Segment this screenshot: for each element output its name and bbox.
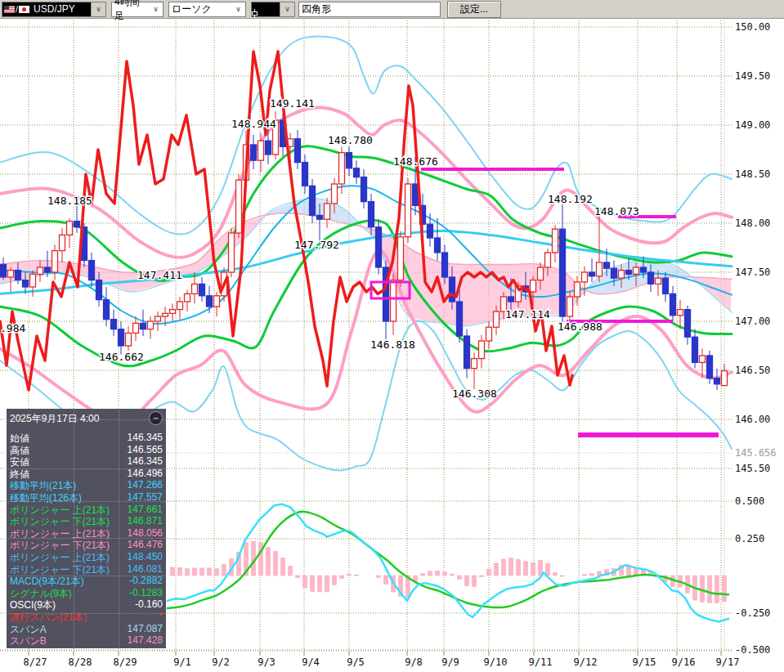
chevron-down-icon[interactable]: ∨: [91, 2, 105, 16]
indicator-value: 148.056: [128, 527, 163, 540]
svg-text:9/8: 9/8: [405, 656, 423, 668]
indicator-label: ボリンジャー 上(21本): [10, 551, 110, 563]
svg-text:149.50: 149.50: [735, 70, 770, 82]
indicator-row: ボリンジャー 上(21本)148.056: [10, 527, 163, 540]
svg-text:145.50: 145.50: [735, 463, 770, 474]
indicator-label: 遅行スパン(21本): [10, 611, 87, 623]
timeframe-select[interactable]: 4時間足 ∨: [111, 2, 164, 17]
indicator-label: 始値: [10, 432, 29, 444]
chevron-down-icon[interactable]: ∨: [231, 2, 245, 16]
japan-flag-icon: [19, 6, 29, 13]
svg-text:146.818: 146.818: [370, 338, 415, 351]
chart-type-label: ローソク: [169, 2, 231, 16]
svg-text:9/5: 9/5: [347, 656, 365, 668]
info-panel-datetime: 2025年9月17日 4:00: [10, 412, 99, 426]
indicator-label: シグナル(9本): [10, 587, 72, 599]
svg-text:9/9: 9/9: [441, 656, 459, 668]
svg-text:148.944: 148.944: [231, 118, 276, 130]
settings-label: 設定...: [460, 2, 488, 16]
svg-text:146.308: 146.308: [452, 388, 497, 400]
indicator-label: 安値: [10, 455, 29, 468]
indicator-row: 移動平均(126本)147.557: [10, 491, 163, 504]
indicator-value: 147.087: [128, 623, 163, 635]
indicator-label: ボリンジャー 上(21本): [10, 527, 110, 540]
svg-text:9/15: 9/15: [633, 656, 656, 668]
indicator-value: 146.476: [128, 539, 163, 551]
indicator-value: 146.345: [128, 455, 163, 468]
toolbar: / USD/JPY ∨ 4時間足 ∨ ローソク ∨ ∨ 四角形 設定...: [0, 0, 784, 19]
indicator-label: 移動平均(21本): [10, 479, 76, 491]
svg-text:.984: .984: [0, 322, 25, 334]
timeframe-label: 4時間足: [112, 0, 149, 23]
svg-text:0.500: 0.500: [735, 495, 764, 507]
indicator-value: 146.081: [128, 563, 163, 576]
indicator-row: 安値146.345: [10, 455, 163, 468]
chevron-down-icon[interactable]: ∨: [280, 2, 294, 16]
indicator-label: 終値: [10, 468, 29, 480]
pair-separator: /: [16, 4, 18, 14]
svg-text:146.988: 146.988: [558, 320, 603, 333]
indicator-value: 147.661: [128, 504, 163, 516]
info-panel-header: 2025年9月17日 4:00 −: [7, 409, 166, 427]
minimize-button[interactable]: −: [149, 411, 163, 425]
indicator-row: シグナル(9本)-0.1283: [10, 587, 163, 599]
indicator-label: ボリンジャー 下(21本): [10, 563, 110, 576]
svg-text:-0.500: -0.500: [735, 644, 770, 656]
indicator-row: スパンA147.087: [10, 623, 163, 635]
svg-text:9/10: 9/10: [484, 656, 508, 668]
indicator-value: 147.557: [128, 491, 163, 504]
us-flag-icon: [4, 6, 15, 13]
indicator-value: -0.1283: [129, 587, 163, 599]
indicator-label: 高値: [10, 444, 29, 456]
indicator-row: 始値146.345: [10, 432, 163, 444]
svg-text:147.00: 147.00: [735, 316, 770, 327]
indicator-row: ボリンジャー 下(21本)146.476: [10, 539, 163, 551]
svg-text:148.192: 148.192: [548, 193, 593, 205]
indicator-label: スパンB: [10, 634, 47, 647]
svg-text:149.00: 149.00: [735, 119, 770, 131]
pair-label: USD/JPY: [31, 3, 91, 15]
chevron-down-icon[interactable]: ∨: [149, 2, 163, 16]
indicator-value: 148.450: [128, 551, 163, 563]
info-panel-rows: 始値146.345高値146.565安値146.345終値146.496移動平均…: [7, 427, 166, 647]
svg-text:9/3: 9/3: [258, 656, 276, 668]
indicator-row: 高値146.565: [10, 444, 163, 456]
drawing-tool-input[interactable]: 四角形: [298, 2, 441, 17]
chart-type-select[interactable]: ローソク ∨: [168, 2, 246, 17]
indicator-label: 移動平均(126本): [10, 491, 82, 504]
indicator-row: MACD(9本/21本)-0.2882: [10, 575, 163, 587]
svg-text:148.00: 148.00: [735, 217, 770, 229]
svg-text:148.50: 148.50: [735, 168, 770, 180]
indicator-value: 146.871: [128, 515, 163, 527]
indicator-info-panel: 2025年9月17日 4:00 − 始値146.345高値146.565安値14…: [7, 409, 166, 648]
svg-text:148.780: 148.780: [328, 134, 373, 146]
svg-text:147.114: 147.114: [505, 308, 550, 320]
svg-text:146.50: 146.50: [735, 365, 770, 376]
svg-text:8/29: 8/29: [114, 656, 137, 668]
indicator-value: 146.345: [128, 432, 163, 444]
svg-text:9/12: 9/12: [574, 656, 598, 668]
indicator-value: *: [159, 611, 163, 623]
candle-color-select[interactable]: ∨: [251, 2, 295, 17]
indicator-label: スパンA: [10, 623, 47, 635]
indicator-value: -0.160: [135, 598, 163, 611]
indicator-row: ボリンジャー 上(21本)147.661: [10, 504, 163, 516]
indicator-row: ボリンジャー 下(21本)146.081: [10, 563, 163, 576]
svg-text:9/1: 9/1: [173, 656, 191, 668]
svg-text:147.411: 147.411: [137, 269, 182, 281]
svg-text:148.676: 148.676: [393, 155, 438, 168]
indicator-label: ボリンジャー 上(21本): [10, 504, 110, 516]
svg-text:9/16: 9/16: [672, 656, 696, 668]
svg-text:8/28: 8/28: [69, 656, 92, 668]
svg-text:8/27: 8/27: [24, 656, 47, 668]
indicator-label: ボリンジャー 下(21本): [10, 515, 110, 527]
indicator-row: スパンB147.428: [10, 634, 163, 647]
drawing-tool-value: 四角形: [302, 2, 331, 16]
indicator-row: OSCI(9本)-0.160: [10, 598, 163, 611]
currency-pair-selector[interactable]: / USD/JPY ∨: [2, 2, 106, 17]
settings-button[interactable]: 設定...: [447, 1, 501, 18]
indicator-row: ボリンジャー 上(21本)148.450: [10, 551, 163, 563]
indicator-value: 146.565: [128, 444, 163, 456]
fx-chart-app: { "toolbar": { "pair": "USD/JPY", "pair_…: [0, 0, 784, 672]
indicator-label: ボリンジャー 下(21本): [10, 539, 110, 551]
